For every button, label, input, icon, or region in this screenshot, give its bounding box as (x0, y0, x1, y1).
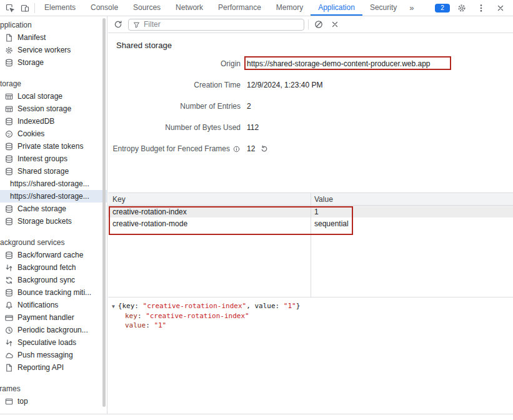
database-icon (4, 288, 14, 298)
sidebar-item-session-storage[interactable]: Session storage (0, 102, 107, 115)
sidebar-item-shared-storage-origin-1[interactable]: https://shared-storage... (0, 178, 107, 190)
refresh-icon[interactable] (112, 18, 124, 31)
sidebar-item-top-frame[interactable]: top (0, 395, 107, 408)
kebab-menu-icon[interactable] (474, 1, 489, 15)
database-icon (4, 251, 14, 260)
page-title: Shared storage (116, 41, 513, 51)
preview-string: "creative-rotation-index" (143, 302, 247, 310)
filter-input[interactable] (144, 20, 300, 29)
device-toolbar-icon[interactable] (17, 1, 32, 15)
devtools-tabbar: Elements Console Sources Network Perform… (0, 0, 513, 16)
sidebar-item-interest-groups[interactable]: Interest groups (0, 152, 107, 165)
info-icon[interactable] (232, 145, 241, 153)
sidebar-item-background-fetch[interactable]: Background fetch (0, 261, 107, 274)
clear-all-icon[interactable] (312, 18, 325, 31)
expand-toggle-icon[interactable]: ▼ (112, 304, 115, 309)
column-header-value[interactable]: Value (311, 193, 513, 205)
preview-property: value: "1" (112, 321, 513, 330)
filter-funnel-icon (132, 21, 141, 29)
settings-gear-icon[interactable] (454, 1, 469, 15)
sidebar-item-indexeddb[interactable]: IndexedDB (0, 115, 107, 128)
shared-storage-panel: Shared storage Origin https://shared-sto… (108, 16, 513, 414)
tab-memory[interactable]: Memory (269, 0, 311, 16)
sidebar-item-speculative-loads[interactable]: Speculative loads (0, 336, 107, 349)
sidebar-item-reporting-api[interactable]: Reporting API (0, 361, 107, 374)
meta-label: Number of Entries (180, 102, 241, 111)
sidebar-item-label: Storage buckets (17, 217, 72, 226)
payment-card-icon (4, 313, 14, 322)
reset-budget-icon[interactable] (259, 144, 269, 154)
meta-row-number-of-entries: Number of Entries 2 (108, 96, 513, 117)
sidebar-item-push-messaging[interactable]: Push messaging (0, 349, 107, 361)
preview-string: "1" (284, 302, 296, 310)
issues-count-badge[interactable]: 2 (435, 4, 450, 12)
sidebar-item-shared-storage[interactable]: Shared storage (0, 165, 107, 178)
sidebar-item-label: Shared storage (17, 167, 69, 176)
sidebar-item-label: Background sync (17, 276, 75, 284)
column-divider[interactable] (311, 193, 311, 297)
sidebar-item-private-state-tokens[interactable]: Private state tokens (0, 140, 107, 152)
tabbar-right-icons: 2 (435, 1, 513, 15)
arrows-up-down-icon (4, 263, 14, 272)
table-icon (4, 92, 14, 101)
sidebar-item-bounce-tracking[interactable]: Bounce tracking miti... (0, 286, 107, 299)
property-value: "1" (154, 321, 166, 329)
tab-performance[interactable]: Performance (211, 0, 269, 16)
sidebar-item-local-storage[interactable]: Local storage (0, 90, 107, 102)
section-storage: Storage Local storage Session storage In… (0, 78, 107, 228)
sidebar-item-cache-storage[interactable]: Cache storage (0, 202, 107, 215)
more-tabs-button[interactable]: » (404, 0, 419, 16)
preview-summary: ▼{key: "creative-rotation-index", value:… (112, 301, 513, 311)
tab-application[interactable]: Application (311, 0, 362, 16)
service-worker-icon (4, 46, 14, 55)
close-devtools-icon[interactable] (493, 1, 508, 15)
cell-value: 1 (311, 206, 513, 218)
meta-label: Number of Bytes Used (165, 123, 241, 132)
meta-row-creation-time: Creation Time 12/9/2024, 1:23:40 PM (108, 74, 513, 96)
sidebar-item-label: https://shared-storage... (10, 179, 89, 188)
cookie-icon (4, 129, 14, 139)
sidebar-scrollbar[interactable] (102, 18, 106, 407)
application-sidebar: Application Manifest Service workers Sto… (0, 16, 107, 414)
sidebar-item-label: Session storage (17, 104, 71, 113)
sidebar-item-periodic-background-sync[interactable]: Periodic backgroun... (0, 324, 107, 336)
sidebar-item-label: top (17, 397, 28, 406)
sidebar-item-manifest[interactable]: Manifest (0, 31, 107, 44)
database-icon (4, 217, 14, 226)
preview-pane: ▼{key: "creative-rotation-index", value:… (108, 298, 513, 414)
sidebar-item-label: Speculative loads (17, 338, 76, 347)
toolbar-separator (308, 19, 309, 29)
sidebar-item-background-sync[interactable]: Background sync (0, 274, 107, 286)
cell-key: creative-rotation-index (108, 206, 311, 218)
preview-property: key: "creative-rotation-index" (112, 311, 513, 321)
sidebar-item-back-forward-cache[interactable]: Back/forward cache (0, 249, 107, 261)
tabbar-left-icons (0, 1, 37, 15)
sidebar-item-storage[interactable]: Storage (0, 56, 107, 69)
tab-sources[interactable]: Sources (126, 0, 168, 16)
cell-value: sequential (311, 218, 513, 229)
inspect-element-icon[interactable] (2, 1, 17, 15)
tab-security[interactable]: Security (362, 0, 404, 16)
sidebar-item-shared-storage-origin-2[interactable]: https://shared-storage... (0, 190, 107, 202)
tabbar-separator (34, 3, 35, 13)
meta-label: Entropy Budget for Fenced Frames (113, 144, 230, 153)
meta-label: Origin (221, 59, 241, 68)
sidebar-item-storage-buckets[interactable]: Storage buckets (0, 215, 107, 228)
delete-selected-icon[interactable] (329, 18, 341, 31)
tab-console[interactable]: Console (83, 0, 126, 16)
metadata-view: Origin https://shared-storage-demo-conte… (108, 53, 513, 159)
property-name: value (125, 321, 146, 329)
column-header-key[interactable]: Key (108, 193, 311, 205)
sidebar-item-label: Private state tokens (17, 142, 83, 151)
sidebar-item-label: Back/forward cache (17, 251, 83, 259)
sidebar-item-cookies[interactable]: Cookies (0, 128, 107, 140)
sidebar-item-payment-handler[interactable]: Payment handler (0, 311, 107, 324)
tab-network[interactable]: Network (168, 0, 211, 16)
sidebar-item-label: Local storage (17, 92, 62, 101)
sidebar-item-service-workers[interactable]: Service workers (0, 44, 107, 56)
tab-elements[interactable]: Elements (37, 0, 83, 16)
entries-count-value: 2 (247, 102, 251, 111)
entropy-budget-value: 12 (247, 144, 255, 153)
sidebar-item-notifications[interactable]: Notifications (0, 299, 107, 311)
document-icon (4, 363, 14, 372)
